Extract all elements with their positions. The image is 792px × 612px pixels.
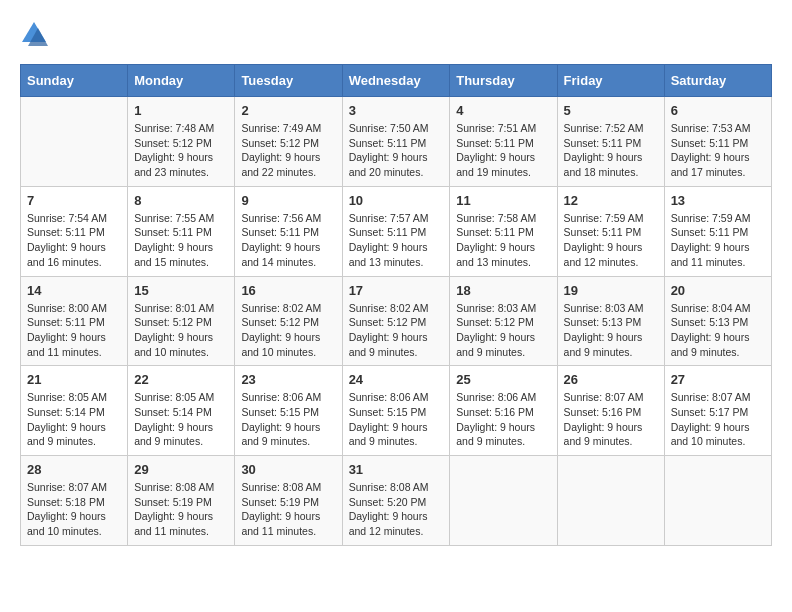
day-number: 27 (671, 372, 765, 387)
day-number: 2 (241, 103, 335, 118)
calendar-cell (450, 456, 557, 546)
day-number: 4 (456, 103, 550, 118)
day-number: 16 (241, 283, 335, 298)
day-info: Sunrise: 8:05 AMSunset: 5:14 PMDaylight:… (27, 390, 121, 449)
day-number: 28 (27, 462, 121, 477)
day-number: 11 (456, 193, 550, 208)
week-row-5: 28Sunrise: 8:07 AMSunset: 5:18 PMDayligh… (21, 456, 772, 546)
day-number: 20 (671, 283, 765, 298)
calendar-table: SundayMondayTuesdayWednesdayThursdayFrid… (20, 64, 772, 546)
day-number: 22 (134, 372, 228, 387)
day-info: Sunrise: 7:57 AMSunset: 5:11 PMDaylight:… (349, 211, 444, 270)
calendar-cell (21, 97, 128, 187)
day-number: 18 (456, 283, 550, 298)
day-info: Sunrise: 7:52 AMSunset: 5:11 PMDaylight:… (564, 121, 658, 180)
calendar-cell: 14Sunrise: 8:00 AMSunset: 5:11 PMDayligh… (21, 276, 128, 366)
day-info: Sunrise: 7:51 AMSunset: 5:11 PMDaylight:… (456, 121, 550, 180)
day-info: Sunrise: 8:07 AMSunset: 5:16 PMDaylight:… (564, 390, 658, 449)
calendar-cell: 3Sunrise: 7:50 AMSunset: 5:11 PMDaylight… (342, 97, 450, 187)
logo (20, 20, 52, 48)
day-info: Sunrise: 8:00 AMSunset: 5:11 PMDaylight:… (27, 301, 121, 360)
day-info: Sunrise: 8:08 AMSunset: 5:19 PMDaylight:… (134, 480, 228, 539)
day-info: Sunrise: 7:58 AMSunset: 5:11 PMDaylight:… (456, 211, 550, 270)
column-header-friday: Friday (557, 65, 664, 97)
day-info: Sunrise: 8:02 AMSunset: 5:12 PMDaylight:… (241, 301, 335, 360)
day-info: Sunrise: 8:02 AMSunset: 5:12 PMDaylight:… (349, 301, 444, 360)
column-header-sunday: Sunday (21, 65, 128, 97)
day-info: Sunrise: 7:59 AMSunset: 5:11 PMDaylight:… (671, 211, 765, 270)
day-number: 5 (564, 103, 658, 118)
day-number: 12 (564, 193, 658, 208)
calendar-cell: 2Sunrise: 7:49 AMSunset: 5:12 PMDaylight… (235, 97, 342, 187)
day-number: 9 (241, 193, 335, 208)
calendar-cell: 4Sunrise: 7:51 AMSunset: 5:11 PMDaylight… (450, 97, 557, 187)
day-number: 19 (564, 283, 658, 298)
calendar-cell: 12Sunrise: 7:59 AMSunset: 5:11 PMDayligh… (557, 186, 664, 276)
week-row-1: 1Sunrise: 7:48 AMSunset: 5:12 PMDaylight… (21, 97, 772, 187)
calendar-cell: 18Sunrise: 8:03 AMSunset: 5:12 PMDayligh… (450, 276, 557, 366)
day-info: Sunrise: 8:08 AMSunset: 5:20 PMDaylight:… (349, 480, 444, 539)
calendar-cell: 28Sunrise: 8:07 AMSunset: 5:18 PMDayligh… (21, 456, 128, 546)
header-row: SundayMondayTuesdayWednesdayThursdayFrid… (21, 65, 772, 97)
calendar-cell: 27Sunrise: 8:07 AMSunset: 5:17 PMDayligh… (664, 366, 771, 456)
calendar-cell: 21Sunrise: 8:05 AMSunset: 5:14 PMDayligh… (21, 366, 128, 456)
day-info: Sunrise: 7:54 AMSunset: 5:11 PMDaylight:… (27, 211, 121, 270)
calendar-cell: 29Sunrise: 8:08 AMSunset: 5:19 PMDayligh… (128, 456, 235, 546)
column-header-monday: Monday (128, 65, 235, 97)
day-info: Sunrise: 8:03 AMSunset: 5:13 PMDaylight:… (564, 301, 658, 360)
calendar-cell: 24Sunrise: 8:06 AMSunset: 5:15 PMDayligh… (342, 366, 450, 456)
day-info: Sunrise: 7:55 AMSunset: 5:11 PMDaylight:… (134, 211, 228, 270)
day-number: 14 (27, 283, 121, 298)
calendar-cell: 10Sunrise: 7:57 AMSunset: 5:11 PMDayligh… (342, 186, 450, 276)
day-number: 25 (456, 372, 550, 387)
day-number: 29 (134, 462, 228, 477)
column-header-thursday: Thursday (450, 65, 557, 97)
day-number: 15 (134, 283, 228, 298)
calendar-cell: 23Sunrise: 8:06 AMSunset: 5:15 PMDayligh… (235, 366, 342, 456)
day-number: 26 (564, 372, 658, 387)
day-info: Sunrise: 8:04 AMSunset: 5:13 PMDaylight:… (671, 301, 765, 360)
day-number: 1 (134, 103, 228, 118)
column-header-wednesday: Wednesday (342, 65, 450, 97)
calendar-cell: 19Sunrise: 8:03 AMSunset: 5:13 PMDayligh… (557, 276, 664, 366)
calendar-cell: 15Sunrise: 8:01 AMSunset: 5:12 PMDayligh… (128, 276, 235, 366)
day-number: 13 (671, 193, 765, 208)
day-info: Sunrise: 7:50 AMSunset: 5:11 PMDaylight:… (349, 121, 444, 180)
page-header (20, 20, 772, 48)
calendar-cell: 11Sunrise: 7:58 AMSunset: 5:11 PMDayligh… (450, 186, 557, 276)
calendar-cell: 31Sunrise: 8:08 AMSunset: 5:20 PMDayligh… (342, 456, 450, 546)
week-row-3: 14Sunrise: 8:00 AMSunset: 5:11 PMDayligh… (21, 276, 772, 366)
day-info: Sunrise: 8:07 AMSunset: 5:17 PMDaylight:… (671, 390, 765, 449)
calendar-cell: 5Sunrise: 7:52 AMSunset: 5:11 PMDaylight… (557, 97, 664, 187)
calendar-cell: 1Sunrise: 7:48 AMSunset: 5:12 PMDaylight… (128, 97, 235, 187)
day-info: Sunrise: 7:48 AMSunset: 5:12 PMDaylight:… (134, 121, 228, 180)
column-header-saturday: Saturday (664, 65, 771, 97)
logo-icon (20, 20, 48, 48)
day-info: Sunrise: 8:08 AMSunset: 5:19 PMDaylight:… (241, 480, 335, 539)
day-number: 6 (671, 103, 765, 118)
calendar-cell (557, 456, 664, 546)
calendar-cell: 20Sunrise: 8:04 AMSunset: 5:13 PMDayligh… (664, 276, 771, 366)
day-info: Sunrise: 7:49 AMSunset: 5:12 PMDaylight:… (241, 121, 335, 180)
calendar-cell: 16Sunrise: 8:02 AMSunset: 5:12 PMDayligh… (235, 276, 342, 366)
day-number: 24 (349, 372, 444, 387)
day-info: Sunrise: 8:03 AMSunset: 5:12 PMDaylight:… (456, 301, 550, 360)
day-info: Sunrise: 8:06 AMSunset: 5:15 PMDaylight:… (349, 390, 444, 449)
day-number: 31 (349, 462, 444, 477)
calendar-cell: 25Sunrise: 8:06 AMSunset: 5:16 PMDayligh… (450, 366, 557, 456)
calendar-cell: 7Sunrise: 7:54 AMSunset: 5:11 PMDaylight… (21, 186, 128, 276)
day-info: Sunrise: 8:05 AMSunset: 5:14 PMDaylight:… (134, 390, 228, 449)
week-row-4: 21Sunrise: 8:05 AMSunset: 5:14 PMDayligh… (21, 366, 772, 456)
day-number: 17 (349, 283, 444, 298)
day-info: Sunrise: 8:07 AMSunset: 5:18 PMDaylight:… (27, 480, 121, 539)
day-info: Sunrise: 8:06 AMSunset: 5:16 PMDaylight:… (456, 390, 550, 449)
day-number: 3 (349, 103, 444, 118)
day-number: 30 (241, 462, 335, 477)
day-number: 8 (134, 193, 228, 208)
calendar-cell: 6Sunrise: 7:53 AMSunset: 5:11 PMDaylight… (664, 97, 771, 187)
calendar-cell: 26Sunrise: 8:07 AMSunset: 5:16 PMDayligh… (557, 366, 664, 456)
week-row-2: 7Sunrise: 7:54 AMSunset: 5:11 PMDaylight… (21, 186, 772, 276)
day-info: Sunrise: 8:06 AMSunset: 5:15 PMDaylight:… (241, 390, 335, 449)
day-info: Sunrise: 8:01 AMSunset: 5:12 PMDaylight:… (134, 301, 228, 360)
day-number: 10 (349, 193, 444, 208)
